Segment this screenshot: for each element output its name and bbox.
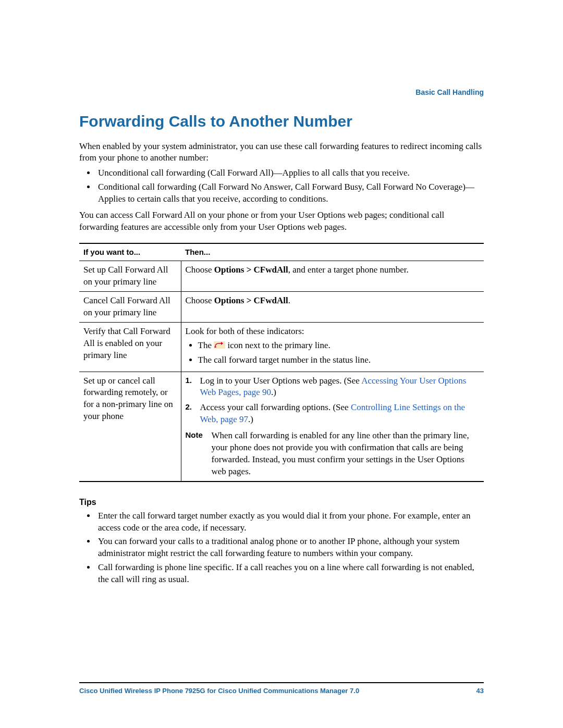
svg-point-1 xyxy=(214,347,216,348)
table-row: Set up Call Forward All on your primary … xyxy=(79,261,484,292)
table-cell-right: Choose Options > CFwdAll, and enter a ta… xyxy=(181,261,484,292)
cell-text: Access your call forwarding options. (Se… xyxy=(200,402,351,412)
procedure-table: If you want to... Then... Set up Call Fo… xyxy=(79,243,484,482)
table-row: Verify that Call Forward All is enabled … xyxy=(79,323,484,372)
note-block: Note When call forwarding is enabled for… xyxy=(186,430,480,478)
note-text: When call forwarding is enabled for any … xyxy=(212,430,480,478)
cell-text: Choose xyxy=(186,265,214,275)
footer-title: Cisco Unified Wireless IP Phone 7925G fo… xyxy=(79,686,359,696)
cell-step: 2. Access your call forwarding options. … xyxy=(186,402,480,426)
table-header-col2: Then... xyxy=(181,243,484,261)
cell-text: The xyxy=(198,340,214,350)
section-header: Basic Call Handling xyxy=(415,88,484,97)
table-row: Set up or cancel call forwarding remotel… xyxy=(79,372,484,482)
tip-item: You can forward your calls to a traditio… xyxy=(96,536,484,560)
tip-item: Call forwarding is phone line specific. … xyxy=(96,562,484,586)
table-cell-right: Look for both of these indicators: The xyxy=(181,323,484,372)
table-header-col1: If you want to... xyxy=(79,243,181,261)
cell-text: .) xyxy=(248,414,253,424)
cell-bullet: The call forward target number in the st… xyxy=(198,354,480,366)
cell-text: .) xyxy=(271,387,276,397)
step-number: 1. xyxy=(186,375,200,399)
step-number: 2. xyxy=(186,402,200,426)
call-forward-icon xyxy=(214,340,225,352)
tips-list: Enter the call forward target number exa… xyxy=(79,510,484,586)
cell-text: icon next to the primary line. xyxy=(227,340,330,350)
cell-lead-text: Look for both of these indicators: xyxy=(186,326,480,338)
step-text: Access your call forwarding options. (Se… xyxy=(200,402,480,426)
cell-text: , and enter a target phone number. xyxy=(288,265,409,275)
table-cell-left: Cancel Call Forward All on your primary … xyxy=(79,292,181,323)
footer-page-number: 43 xyxy=(476,686,484,696)
table-row: Cancel Call Forward All on your primary … xyxy=(79,292,484,323)
intro-bullet-list: Unconditional call forwarding (Call Forw… xyxy=(79,167,484,205)
intro-bullet: Conditional call forwarding (Call Forwar… xyxy=(96,181,484,205)
page-footer: Cisco Unified Wireless IP Phone 7925G fo… xyxy=(79,682,484,696)
table-cell-right: Choose Options > CFwdAll. xyxy=(181,292,484,323)
cell-step: 1. Log in to your User Options web pages… xyxy=(186,375,480,399)
cell-bold: Options > CFwdAll xyxy=(214,265,288,275)
intro-bullet: Unconditional call forwarding (Call Forw… xyxy=(96,167,484,179)
cell-step-list: 1. Log in to your User Options web pages… xyxy=(186,375,480,426)
table-cell-left: Set up Call Forward All on your primary … xyxy=(79,261,181,292)
cell-bullet-list: The icon next to the primary line. xyxy=(186,340,480,366)
cell-bold: Options > CFwdAll xyxy=(214,295,288,305)
cell-bullet: The icon next to the primary line. xyxy=(198,340,480,352)
cell-text: Log in to your User Options web pages. (… xyxy=(200,376,362,386)
intro-paragraph: When enabled by your system administrato… xyxy=(79,141,484,165)
note-label: Note xyxy=(186,430,212,478)
tips-heading: Tips xyxy=(79,497,484,508)
cell-text: . xyxy=(288,295,290,305)
table-cell-left: Verify that Call Forward All is enabled … xyxy=(79,323,181,372)
cell-text: Choose xyxy=(186,295,214,305)
table-cell-left: Set up or cancel call forwarding remotel… xyxy=(79,372,181,482)
tip-item: Enter the call forward target number exa… xyxy=(96,510,484,534)
page-heading: Forwarding Calls to Another Number xyxy=(79,111,484,132)
intro-after-paragraph: You can access Call Forward All on your … xyxy=(79,209,484,233)
table-cell-right: 1. Log in to your User Options web pages… xyxy=(181,372,484,482)
step-text: Log in to your User Options web pages. (… xyxy=(200,375,480,399)
